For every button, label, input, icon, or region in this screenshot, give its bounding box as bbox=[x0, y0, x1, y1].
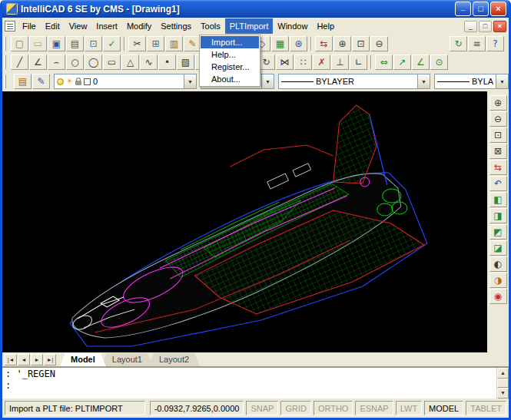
menu-tools[interactable]: Tools bbox=[196, 18, 225, 34]
linetype-combo-arrow-icon[interactable]: ▼ bbox=[417, 74, 430, 88]
right-view-button[interactable]: ◩ bbox=[489, 224, 507, 240]
menu-settings[interactable]: Settings bbox=[156, 18, 196, 34]
maximize-button[interactable]: □ bbox=[473, 2, 489, 16]
status-toggle-snap[interactable]: SNAP bbox=[246, 401, 278, 415]
minimize-button[interactable]: _ bbox=[455, 2, 471, 16]
menu-view[interactable]: View bbox=[65, 18, 92, 34]
spelling-button[interactable]: ✓ bbox=[103, 36, 121, 51]
linetype-combo[interactable]: BYLAYER ▼ bbox=[278, 74, 430, 89]
circle-button[interactable]: ○ bbox=[66, 55, 84, 70]
lineweight-combo[interactable]: BYLAYER ▼ bbox=[434, 74, 509, 89]
copy-button[interactable]: ⊞ bbox=[147, 36, 164, 51]
angle-dimension-button[interactable]: ∠ bbox=[412, 55, 430, 70]
erase-button[interactable]: ✗ bbox=[313, 55, 330, 70]
mdi-minimize-button[interactable]: _ bbox=[464, 21, 477, 32]
toolbar-grip[interactable] bbox=[5, 74, 8, 88]
line-button[interactable]: ╱ bbox=[11, 55, 28, 70]
rectangle-button[interactable]: ▭ bbox=[103, 55, 121, 70]
zoom-in-button[interactable]: ⊕ bbox=[489, 95, 507, 111]
hatch-button[interactable]: ▨ bbox=[177, 55, 194, 70]
iso-view-button[interactable]: ◪ bbox=[489, 240, 507, 256]
cut-button[interactable]: ✂ bbox=[128, 36, 146, 51]
hyperlink-button[interactable]: ⊛ bbox=[290, 36, 307, 51]
print-button[interactable]: ▤ bbox=[66, 36, 84, 51]
status-toggle-esnap[interactable]: ESNAP bbox=[355, 401, 393, 415]
color-combo-arrow-icon[interactable]: ▼ bbox=[261, 74, 274, 88]
polygon-button[interactable]: △ bbox=[121, 55, 139, 70]
help-button[interactable]: ? bbox=[486, 36, 504, 51]
menu-window[interactable]: Window bbox=[273, 18, 312, 34]
drawing-canvas[interactable] bbox=[2, 91, 487, 352]
zoom-window-button[interactable]: ⊡ bbox=[352, 36, 370, 51]
front-view-button[interactable]: ◨ bbox=[489, 208, 507, 223]
mdi-close-button[interactable]: × bbox=[493, 21, 506, 32]
zoom-out-button[interactable]: ⊖ bbox=[489, 111, 507, 127]
menu-insert[interactable]: Insert bbox=[91, 18, 122, 34]
plt-menu-import[interactable]: Import... bbox=[201, 36, 259, 48]
toolbar-grip[interactable] bbox=[5, 55, 8, 69]
insert-image-button[interactable]: ▦ bbox=[271, 36, 289, 51]
properties-button[interactable]: ≡ bbox=[468, 36, 486, 51]
print-preview-button[interactable]: ⊡ bbox=[85, 36, 102, 51]
close-button[interactable]: × bbox=[490, 2, 506, 16]
menu-pltimport[interactable]: PLTImport bbox=[225, 18, 274, 34]
menu-edit[interactable]: Edit bbox=[41, 18, 65, 34]
leader-button[interactable]: ↗ bbox=[393, 55, 411, 70]
status-toggle-grid[interactable]: GRID bbox=[280, 401, 311, 415]
new-file-button[interactable]: ▢ bbox=[11, 36, 28, 51]
paste-button[interactable]: ▥ bbox=[165, 36, 183, 51]
ellipse-button[interactable]: ◯ bbox=[85, 55, 102, 70]
plt-menu-about[interactable]: About... bbox=[201, 73, 259, 85]
trim-button[interactable]: ⊥ bbox=[331, 55, 349, 70]
layer-combo[interactable]: ☀ 0 ▼ bbox=[54, 74, 197, 89]
render-button[interactable]: ◉ bbox=[489, 289, 507, 304]
point-button[interactable]: • bbox=[158, 55, 176, 70]
spline-button[interactable]: ∿ bbox=[140, 55, 158, 70]
zoom-previous-button[interactable]: ⊖ bbox=[370, 36, 388, 51]
previous-view-button[interactable]: ↶ bbox=[489, 176, 507, 191]
radius-dimension-button[interactable]: ⊙ bbox=[430, 55, 448, 70]
arc-button[interactable]: ⌢ bbox=[48, 55, 65, 70]
scroll-down-icon[interactable]: ▼ bbox=[497, 388, 509, 399]
tab-scroll-first-button[interactable]: |◄ bbox=[5, 354, 17, 365]
scroll-up-icon[interactable]: ▲ bbox=[497, 368, 509, 379]
status-toggle-tablet[interactable]: TABLET bbox=[466, 401, 506, 415]
fillet-button[interactable]: ∟ bbox=[350, 55, 367, 70]
tab-layout1[interactable]: Layout1 bbox=[101, 353, 153, 366]
zoom-window-view-button[interactable]: ⊡ bbox=[489, 127, 507, 143]
redraw-button[interactable]: ↻ bbox=[450, 36, 467, 51]
tab-scroll-prev-button[interactable]: ◄ bbox=[18, 354, 30, 365]
status-toggle-lwt[interactable]: LWT bbox=[396, 401, 422, 415]
tab-model[interactable]: Model bbox=[60, 353, 106, 366]
open-folder-button[interactable]: ▭ bbox=[29, 36, 47, 51]
plt-menu-register[interactable]: Register... bbox=[201, 61, 259, 73]
pan-button[interactable]: ⇆ bbox=[315, 36, 333, 51]
status-toggle-ortho[interactable]: ORTHO bbox=[314, 401, 353, 415]
lineweight-combo-arrow-icon[interactable]: ▼ bbox=[496, 74, 508, 88]
hide-button[interactable]: ◐ bbox=[489, 256, 507, 272]
array-button[interactable]: ∷ bbox=[294, 55, 312, 70]
tab-scroll-last-button[interactable]: ►| bbox=[44, 354, 56, 365]
app-icon[interactable] bbox=[6, 3, 18, 15]
top-view-button[interactable]: ◧ bbox=[489, 192, 507, 207]
menu-modify[interactable]: Modify bbox=[122, 18, 156, 34]
scroll-thumb[interactable] bbox=[497, 379, 509, 388]
command-history[interactable]: : '_REGEN : bbox=[2, 368, 496, 399]
toolbar-grip[interactable] bbox=[5, 37, 8, 51]
tab-scroll-next-button[interactable]: ► bbox=[31, 354, 43, 365]
mdi-restore-button[interactable]: □ bbox=[479, 21, 492, 32]
menu-file[interactable]: File bbox=[18, 18, 41, 34]
dimension-button[interactable]: ⇔ bbox=[375, 55, 393, 70]
menu-help[interactable]: Help bbox=[312, 18, 339, 34]
zoom-realtime-button[interactable]: ⊕ bbox=[333, 36, 351, 51]
shade-button[interactable]: ◑ bbox=[489, 273, 507, 288]
tab-layout2[interactable]: Layout2 bbox=[148, 353, 200, 366]
plt-menu-help[interactable]: Help... bbox=[201, 48, 259, 61]
save-button[interactable]: ▣ bbox=[48, 36, 65, 51]
command-prompt[interactable]: : bbox=[5, 380, 493, 392]
set-layer-button[interactable]: ✎ bbox=[32, 74, 50, 89]
drawing-document-icon[interactable] bbox=[5, 21, 15, 31]
layer-combo-arrow-icon[interactable]: ▼ bbox=[184, 74, 196, 88]
command-scrollbar[interactable]: ▲ ▼ bbox=[496, 368, 509, 399]
pan-view-button[interactable]: ⇆ bbox=[489, 160, 507, 175]
